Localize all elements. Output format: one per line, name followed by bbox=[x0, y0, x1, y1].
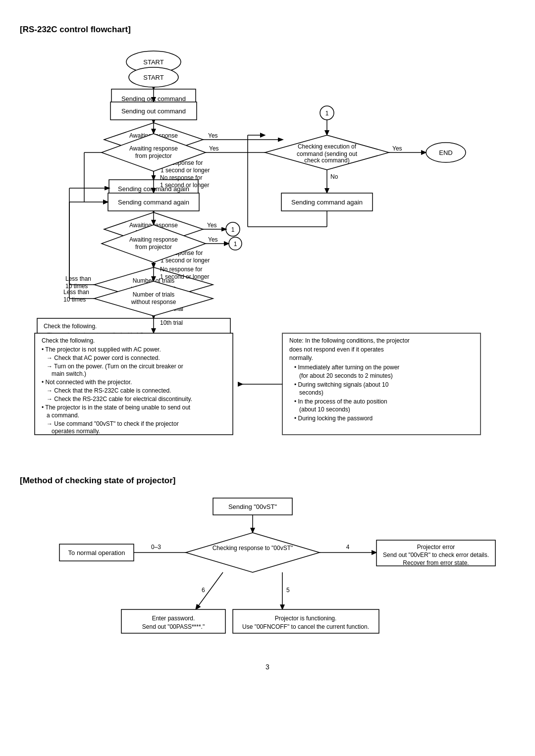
svg-text:Less than: Less than bbox=[63, 289, 89, 296]
svg-text:Send out "00PASS****.": Send out "00PASS****." bbox=[142, 623, 205, 630]
page-number: 3 bbox=[20, 663, 515, 671]
svg-text:Projector error: Projector error bbox=[417, 544, 455, 551]
svg-text:No: No bbox=[330, 173, 338, 180]
svg-text:(for about 20 seconds to 2 min: (for about 20 seconds to 2 minutes) bbox=[299, 372, 393, 379]
svg-text:Enter password.: Enter password. bbox=[152, 615, 195, 622]
svg-text:without response: without response bbox=[131, 299, 176, 305]
svg-text:(about 10 seconds): (about 10 seconds) bbox=[299, 406, 350, 413]
svg-text:Sending out command: Sending out command bbox=[121, 107, 186, 115]
svg-text:→ Use command "00vST" to check: → Use command "00vST" to check if the pr… bbox=[47, 420, 179, 427]
svg-text:operates normally.: operates normally. bbox=[52, 428, 100, 435]
svg-text:Checking response to "00vST": Checking response to "00vST" bbox=[213, 545, 293, 552]
svg-text:1 second or longer: 1 second or longer bbox=[160, 182, 209, 189]
svg-marker-139 bbox=[186, 533, 320, 572]
svg-text:0–3: 0–3 bbox=[151, 544, 161, 551]
svg-text:check command): check command) bbox=[304, 157, 349, 164]
svg-text:6: 6 bbox=[202, 587, 205, 594]
svg-text:START: START bbox=[143, 74, 163, 81]
svg-text:→ Check that the RS-232C cable: → Check that the RS-232C cable is connec… bbox=[47, 387, 171, 394]
svg-text:Yes: Yes bbox=[209, 145, 219, 152]
section-title-1: [RS-232C control flowchart] bbox=[20, 25, 515, 35]
svg-text:Yes: Yes bbox=[392, 145, 402, 152]
svg-text:No response for: No response for bbox=[160, 266, 202, 273]
svg-text:Checking execution of: Checking execution of bbox=[298, 143, 357, 150]
svg-text:• The projector is in the stat: • The projector is in the state of being… bbox=[42, 404, 191, 411]
svg-text:normally.: normally. bbox=[289, 354, 313, 361]
svg-text:1 second or longer: 1 second or longer bbox=[160, 273, 209, 280]
svg-text:No response for: No response for bbox=[160, 174, 202, 181]
svg-text:Sending "00vST": Sending "00vST" bbox=[228, 503, 277, 510]
svg-text:Awaiting response: Awaiting response bbox=[129, 145, 178, 152]
svg-text:main switch.): main switch.) bbox=[52, 370, 86, 377]
svg-text:from projector: from projector bbox=[135, 244, 172, 251]
svg-text:• The projector is not supplie: • The projector is not supplied with AC … bbox=[42, 346, 161, 353]
svg-text:• During locking the password: • During locking the password bbox=[294, 415, 373, 422]
svg-text:Sending command again: Sending command again bbox=[291, 199, 363, 206]
svg-text:• During switching signals (ab: • During switching signals (about 10 bbox=[294, 381, 389, 388]
svg-text:To normal operation: To normal operation bbox=[68, 549, 125, 556]
svg-text:Sending command again: Sending command again bbox=[118, 199, 189, 206]
svg-text:Number of trials: Number of trials bbox=[133, 291, 175, 298]
svg-text:END: END bbox=[439, 149, 452, 156]
svg-text:does not respond even if it op: does not respond even if it operates bbox=[289, 346, 384, 353]
svg-text:• In the process of the auto p: • In the process of the auto position bbox=[294, 398, 387, 405]
svg-text:Check the following.: Check the following. bbox=[42, 337, 95, 344]
svg-text:→ Turn on the power. (Turn on : → Turn on the power. (Turn on the circui… bbox=[47, 363, 183, 370]
svg-text:• Immediately after turning on: • Immediately after turning on the power bbox=[294, 364, 399, 371]
svg-text:Send out "00vER" to check erro: Send out "00vER" to check error details. bbox=[383, 552, 489, 558]
svg-text:command (sending out: command (sending out bbox=[297, 151, 358, 157]
svg-text:5: 5 bbox=[286, 587, 290, 594]
svg-text:10th trial: 10th trial bbox=[160, 319, 183, 326]
svg-text:Note: In the following conditi: Note: In the following conditions, the p… bbox=[289, 337, 410, 344]
svg-text:Awaiting response: Awaiting response bbox=[129, 236, 178, 243]
svg-text:10 times: 10 times bbox=[63, 296, 86, 303]
svg-text:seconds): seconds) bbox=[299, 389, 323, 396]
svg-text:→ Check that AC power cord is : → Check that AC power cord is connected. bbox=[47, 354, 160, 361]
svg-text:a command.: a command. bbox=[47, 412, 79, 419]
svg-text:1: 1 bbox=[325, 110, 329, 117]
svg-text:→ Check the RS-232C cable for : → Check the RS-232C cable for electrical… bbox=[47, 396, 192, 403]
svg-text:1: 1 bbox=[234, 241, 237, 248]
section-title-2: [Method of checking state of projector] bbox=[20, 476, 515, 486]
svg-text:• Not connected with the proje: • Not connected with the projector. bbox=[42, 379, 132, 386]
svg-text:Recover from error state.: Recover from error state. bbox=[403, 559, 469, 566]
svg-line-153 bbox=[196, 572, 223, 609]
svg-text:Yes: Yes bbox=[208, 236, 218, 243]
svg-text:Use "00FNCOFF" to cancel the c: Use "00FNCOFF" to cancel the current fun… bbox=[242, 623, 369, 630]
svg-text:Projector is functioning.: Projector is functioning. bbox=[275, 615, 337, 622]
svg-text:from projector: from projector bbox=[135, 152, 172, 159]
svg-text:4: 4 bbox=[346, 544, 350, 551]
